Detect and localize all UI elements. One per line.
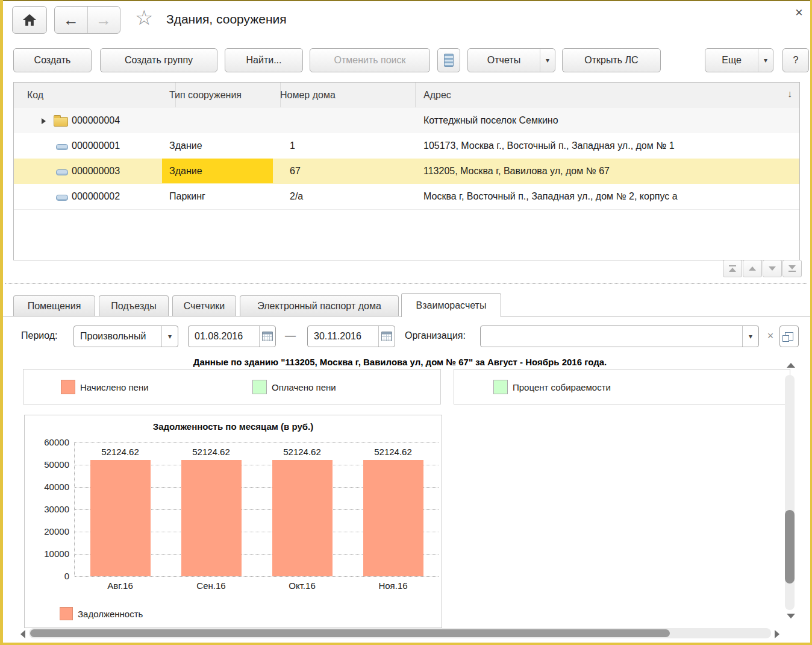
table-row[interactable]: 000000001 Здание 1 105173, Москва г., Во… <box>14 133 799 159</box>
y-axis-tick-label: 50000 <box>27 459 69 470</box>
hscroll-right-icon[interactable] <box>775 630 779 638</box>
go-down-button[interactable] <box>763 260 782 277</box>
buildings-table: Код Тип сооружения Номер дома Адрес ↓ 00… <box>13 82 800 260</box>
period-dropdown-icon[interactable]: ▾ <box>161 326 178 347</box>
go-first-button[interactable] <box>723 260 742 277</box>
sort-desc-icon[interactable]: ↓ <box>787 89 792 99</box>
legend-label: Оплачено пени <box>272 382 336 392</box>
table-row-selected[interactable]: 000000003 Здание 67 113205, Москва г, Ва… <box>14 159 799 184</box>
home-button[interactable] <box>12 6 47 34</box>
period-type-select[interactable]: Произвольный ▾ <box>73 326 178 347</box>
cell-code[interactable]: 000000004 <box>72 108 120 133</box>
create-group-button[interactable]: Создать группу <box>100 48 217 72</box>
vscroll-down-icon[interactable] <box>787 614 795 618</box>
debt-chart: Задолженность по месяцам (в руб.) 52124.… <box>24 415 442 628</box>
date-to-field[interactable]: 30.11.2016 <box>307 326 395 347</box>
window-frame-bottom <box>0 643 812 645</box>
reports-label: Отчеты <box>468 55 540 66</box>
column-header-number-label: Номер дома <box>280 90 336 101</box>
cell-number[interactable]: 2/а <box>290 184 303 209</box>
tab-passport[interactable]: Электронный паспорт дома <box>240 295 399 316</box>
gridline <box>75 576 439 577</box>
favorite-star-icon[interactable]: ☆ <box>135 7 153 28</box>
help-button[interactable]: ? <box>782 48 809 72</box>
pane-splitter[interactable] <box>5 283 807 284</box>
item-icon <box>56 195 68 201</box>
expand-arrow-icon[interactable] <box>42 118 46 124</box>
salmon-swatch <box>61 380 75 394</box>
arrow-up-icon <box>729 268 736 272</box>
find-button[interactable]: Найти... <box>225 48 303 72</box>
cell-code[interactable]: 000000003 <box>72 159 120 184</box>
cell-address[interactable]: Коттеджный поселок Семкино <box>423 108 558 133</box>
list-icon <box>444 54 454 67</box>
vscroll-thumb[interactable] <box>785 510 795 584</box>
table-header: Код Тип сооружения Номер дома Адрес ↓ <box>14 83 799 109</box>
x-axis-tick-label: Сен.16 <box>166 580 257 591</box>
reports-dropdown-icon[interactable]: ▾ <box>540 49 555 72</box>
cell-type-active[interactable]: Здание <box>169 159 202 184</box>
reports-button[interactable]: Отчеты ▾ <box>467 48 555 72</box>
calendar-icon <box>381 332 392 341</box>
tab-vzaimoraschety[interactable]: Взаиморасчеты <box>401 293 501 317</box>
go-up-button[interactable] <box>743 260 762 277</box>
date-range-dash: — <box>285 329 296 342</box>
more-button[interactable]: Еще ▾ <box>705 48 773 72</box>
column-header-type[interactable]: Тип сооружения <box>162 83 281 107</box>
cell-address[interactable]: 105173, Москва г., Восточный п., Западна… <box>423 133 675 159</box>
vscroll-up-icon[interactable] <box>787 363 795 368</box>
organization-clear-icon[interactable]: × <box>763 326 778 346</box>
calendar-icon <box>262 332 273 341</box>
date-to-calendar-button[interactable] <box>378 326 395 347</box>
date-from-calendar-button[interactable] <box>259 326 275 347</box>
organization-open-button[interactable] <box>779 326 799 347</box>
percent-legend-box: Процент собираемости <box>454 369 790 404</box>
window-frame-left <box>0 0 3 645</box>
cell-type[interactable]: Паркинг <box>169 184 205 209</box>
hscroll-left-icon[interactable] <box>20 630 25 638</box>
date-from-field[interactable]: 01.08.2016 <box>188 326 276 347</box>
tab-podezdy[interactable]: Подъезды <box>99 295 169 316</box>
table-row[interactable]: 000000004 Коттеджный поселок Семкино <box>14 108 799 134</box>
y-axis-tick-label: 10000 <box>27 549 69 559</box>
legend-item-accrued: Начислено пени <box>61 380 149 394</box>
cell-address[interactable]: Москва г, Восточный п., Западная ул., до… <box>423 184 678 209</box>
date-to-value: 30.11.2016 <box>308 331 378 342</box>
list-settings-button[interactable] <box>437 48 460 72</box>
create-button[interactable]: Создать <box>13 48 92 72</box>
y-axis-tick-label: 60000 <box>27 437 69 447</box>
open-ls-button[interactable]: Открыть ЛС <box>562 48 661 72</box>
y-axis-tick-label: 30000 <box>27 504 69 514</box>
cancel-search-label: Отменить поиск <box>310 55 429 66</box>
table-row[interactable]: 000000002 Паркинг 2/а Москва г, Восточны… <box>14 184 799 210</box>
more-dropdown-icon[interactable]: ▾ <box>758 49 773 72</box>
forward-button[interactable]: → <box>87 7 120 33</box>
panel-header-text: Данные по зданию "113205, Москва г, Вави… <box>21 357 779 367</box>
arrow-up-icon <box>749 266 756 271</box>
window-frame-top <box>0 0 812 1</box>
column-header-number[interactable]: Номер дома <box>273 83 416 107</box>
more-label: Еще <box>705 55 758 66</box>
back-button[interactable]: ← <box>55 7 87 33</box>
bar <box>181 460 242 576</box>
cell-number[interactable]: 67 <box>290 159 301 184</box>
organization-input[interactable]: ▾ <box>480 326 759 347</box>
column-header-address[interactable]: Адрес <box>408 83 812 107</box>
cell-type[interactable]: Здание <box>169 133 202 159</box>
cell-number[interactable]: 1 <box>290 133 295 159</box>
y-axis-tick-label: 20000 <box>27 526 69 536</box>
go-last-button[interactable] <box>782 260 802 277</box>
arrow-down-icon <box>789 265 796 269</box>
tab-schetchiki[interactable]: Счетчики <box>172 295 236 316</box>
close-icon[interactable]: × <box>795 6 803 19</box>
bar-chart-plot: 52124.62Авг.1652124.62Сен.1652124.62Окт.… <box>74 442 439 576</box>
hscroll-thumb[interactable] <box>30 629 670 637</box>
cancel-search-button[interactable]: Отменить поиск <box>310 48 430 72</box>
gridline <box>75 442 439 443</box>
tab-pomescheniya[interactable]: Помещения <box>13 295 95 316</box>
cell-address[interactable]: 113205, Москва г, Вавилова ул, дом № 67 <box>423 159 610 184</box>
organization-dropdown-icon[interactable]: ▾ <box>742 326 758 347</box>
cell-code[interactable]: 000000001 <box>72 133 120 159</box>
cell-code[interactable]: 000000002 <box>72 184 120 209</box>
column-header-code[interactable]: Код <box>14 83 176 107</box>
